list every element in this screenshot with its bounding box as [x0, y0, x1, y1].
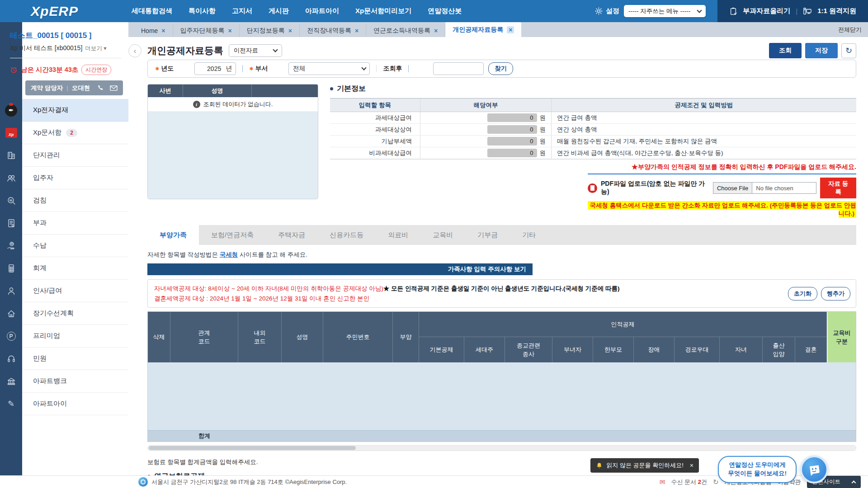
sidebar-item-premium[interactable]: P 프리미엄 — [0, 325, 128, 347]
sidebar-item-longterm-repair[interactable]: 장기수선계획 — [0, 302, 128, 325]
sidebar-item-apartment-i[interactable]: ✎ 아파트아이 — [0, 393, 128, 415]
employee-table-body[interactable] — [148, 112, 318, 199]
sidebar-item-complex-mgmt[interactable]: 단지관리 — [0, 144, 128, 167]
family-input-notice-bar[interactable]: 가족사항 입력 주의사항 보기 — [147, 263, 533, 275]
sidebar-item-billing[interactable]: 부과 — [0, 212, 128, 235]
close-tab-icon[interactable]: × — [228, 27, 232, 34]
topnav-yearend-bot[interactable]: 연말정산봇 — [428, 7, 462, 15]
more-link[interactable]: 더보기 ▾ — [85, 45, 106, 52]
close-tab-icon[interactable]: × — [288, 27, 292, 34]
taxable-bonus-input[interactable]: 0 — [487, 125, 537, 134]
upload-billing-link[interactable]: 부과자료올리기 — [743, 7, 790, 15]
close-all-tabs-button[interactable]: 전체닫기 — [838, 26, 862, 34]
tab-medical[interactable]: 의료비 — [376, 225, 420, 245]
sidebar-item-civil-complaint[interactable]: 민원 — [0, 347, 128, 370]
sidebar-item-accounting[interactable]: 회계 — [0, 257, 128, 280]
pdf-upload-label: PDF파일 업로드(암호 없는 파일만 가능) — [601, 180, 709, 196]
refresh-button[interactable]: ↻ — [841, 43, 856, 58]
close-tab-icon[interactable]: × — [161, 27, 165, 34]
sidebar-item-label: 인사/급여 — [33, 286, 62, 295]
sidebar-item-receipts[interactable]: ₩ 수납 — [0, 235, 128, 257]
topnav-apartment-i[interactable]: 아파트아이 — [305, 7, 339, 15]
sidebar-menu: ✒ Xp전자결재 Xp Xp문서함 2 단지관리 입주자 ₩ 검침 — [0, 99, 128, 415]
tab-donation[interactable]: 기부금 — [465, 225, 510, 245]
sidebar-item-residents[interactable]: 입주자 — [0, 167, 128, 189]
topnav-remarks[interactable]: 특이사항 — [189, 7, 216, 15]
svg-text:₩: ₩ — [10, 242, 13, 245]
sidebar-item-xp-docbox[interactable]: Xp Xp문서함 2 — [0, 122, 128, 144]
tab-annual-income[interactable]: 연근로소득내역등록× — [366, 24, 445, 37]
pdf-upload-section: ★부양가족의 인적공제 정보를 정확히 입력하신 후 PDF파일을 업로드 해주… — [588, 163, 856, 218]
upload-warning: ★부양가족의 인적공제 정보를 정확히 입력하신 후 PDF파일을 업로드 해주… — [588, 163, 856, 174]
after-search-input[interactable] — [433, 62, 484, 75]
hand-coin-icon: ₩ — [6, 241, 16, 251]
tab-resident-group[interactable]: 입주자단체등록× — [173, 24, 240, 37]
tab-home[interactable]: Home× — [134, 24, 173, 37]
dependents-grid-body[interactable] — [148, 362, 856, 430]
close-tab-icon[interactable]: × — [355, 27, 359, 34]
department-select[interactable]: 전체 — [288, 62, 370, 75]
topbar-tools: 부과자료올리기 | 1:1 원격지원 — [717, 0, 868, 22]
close-tab-icon[interactable]: × — [434, 27, 438, 34]
extend-time-button[interactable]: 시간연장 — [81, 65, 111, 75]
child-deduction-notice: 자녀세액공제 대상: 8세이상 ~ 20세 이하 자녀(8세 미만의 취학아동은… — [154, 285, 383, 292]
employee-list-panel: 사번 성명 i 조회된 데이터가 없습니다. — [147, 84, 318, 199]
premium-icon: P — [7, 332, 16, 341]
sidebar-item-apartment-bank[interactable]: 아파트뱅크 — [0, 370, 128, 393]
info-icon: i — [193, 101, 200, 108]
find-button[interactable]: 찾기 — [488, 62, 513, 75]
chatbot-button[interactable] — [800, 455, 828, 483]
remote-support-link[interactable]: 1:1 원격지원 — [817, 7, 856, 15]
sidebar-item-meter-reading[interactable]: ₩ 검침 — [0, 189, 128, 212]
tab-complex-info[interactable]: 단지정보등록× — [240, 24, 300, 37]
favorite-menu-select[interactable]: ----- 자주쓰는 메뉴 ----- — [624, 5, 706, 17]
choose-file-button[interactable]: Choose File — [713, 183, 752, 193]
file-input[interactable]: Choose File No file chosen — [713, 182, 816, 194]
contract-manager-bar: 계약 담당자 | 오대현 — [25, 80, 123, 95]
tab-etc[interactable]: 기타 — [510, 225, 548, 245]
mail-icon[interactable] — [110, 84, 118, 91]
reset-button[interactable]: 초기화 — [788, 287, 817, 300]
sidebar-item-xp-approval[interactable]: ✒ Xp전자결재 — [0, 99, 128, 122]
tab-personal-deduction[interactable]: 개인공제자료등록× — [445, 22, 521, 37]
gear-icon — [594, 7, 603, 15]
close-tab-icon[interactable]: × — [507, 26, 514, 33]
chat-helper-bubble[interactable]: 연말정산 도우미에게 무엇이든 물어보세요! — [718, 456, 797, 483]
sidebar-collapse-button[interactable]: ‹ — [128, 44, 142, 57]
tab-previous-employment[interactable]: 전직장내역등록× — [300, 24, 366, 37]
prepaid-tax-input[interactable]: 0 — [487, 137, 537, 145]
search-button[interactable]: 조회 — [769, 43, 802, 58]
scrollbar-thumb[interactable] — [149, 446, 356, 450]
topnav-docbox-preview[interactable]: Xp문서함미리보기 — [355, 7, 411, 15]
topnav-board[interactable]: 게시판 — [269, 7, 289, 15]
add-row-button[interactable]: 행추가 — [821, 287, 850, 300]
horizontal-scrollbar[interactable] — [147, 445, 856, 451]
inbox-documents[interactable]: 수신 문서 2건 — [671, 478, 707, 486]
chevron-down-icon — [273, 47, 278, 52]
tab-education[interactable]: 교육비 — [420, 225, 465, 245]
column-single-parent: 한부모 — [593, 337, 634, 362]
save-button[interactable]: 저장 — [805, 43, 838, 58]
previous-data-select[interactable]: 이전자료 — [229, 44, 282, 57]
topnav-household-search[interactable]: 세대통합검색 — [132, 7, 172, 15]
tab-dependents[interactable]: 부양가족 — [147, 225, 199, 245]
manager-name: 오대현 — [72, 84, 90, 92]
sidebar-item-label: 민원 — [33, 354, 47, 363]
tab-housing-fund[interactable]: 주택자금 — [266, 225, 317, 245]
topnav-bill[interactable]: 고지서 — [232, 7, 252, 15]
tab-insurance-pension[interactable]: 보험/연금저축 — [199, 225, 266, 245]
tab-credit-card[interactable]: 신용카드등 — [317, 225, 376, 245]
taxable-salary-input[interactable]: 0 — [487, 113, 537, 122]
nontaxable-salary-input[interactable]: 0 — [487, 149, 537, 157]
register-data-button[interactable]: 자료 등록 — [820, 178, 856, 198]
sidebar-item-hr-payroll[interactable]: 인사/급여 — [0, 280, 128, 302]
year-input[interactable]: 2025년 — [194, 62, 236, 75]
close-toast-icon[interactable]: × — [690, 462, 693, 469]
settings-button[interactable]: 설정 — [594, 7, 619, 15]
nts-link[interactable]: 국세청 — [220, 251, 238, 258]
topbar-right: 설정 ----- 자주쓰는 메뉴 ----- 부과자료올리기 | 1:1 원격지… — [594, 0, 868, 22]
phone-icon[interactable] — [98, 84, 104, 91]
company-logo-icon — [138, 477, 148, 487]
open-tabs-bar: Home× 입주자단체등록× 단지정보등록× 전직장내역등록× 연근로소득내역등… — [128, 22, 868, 37]
person-icon — [6, 286, 16, 296]
